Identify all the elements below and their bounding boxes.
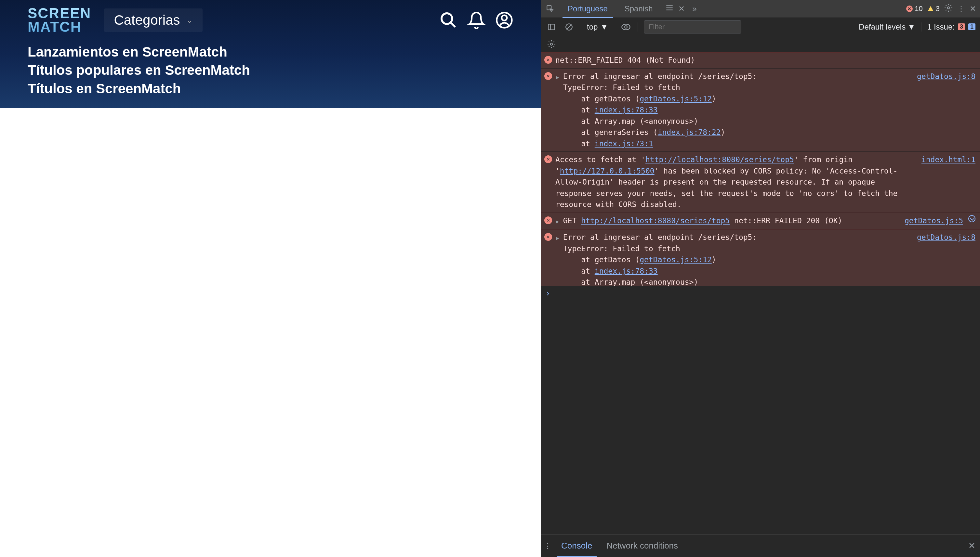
console-message[interactable]: ✕▸Error al ingresar al endpoint /series/… xyxy=(541,230,980,286)
logo-line1: SCREEN xyxy=(28,7,91,20)
error-icon: ✕ xyxy=(544,56,552,64)
issues-link[interactable]: 1 Issue: 3 1 xyxy=(927,23,975,31)
console-settings-gear-icon[interactable] xyxy=(546,38,557,50)
stack-link[interactable]: index.js:78:33 xyxy=(595,267,658,275)
console-settings-row xyxy=(541,36,980,52)
error-icon: ✕ xyxy=(544,155,552,163)
drawer-tab-console[interactable]: Console xyxy=(554,534,599,557)
svg-point-0 xyxy=(442,13,452,24)
console-prompt[interactable]: › xyxy=(541,286,980,301)
context-selector[interactable]: top ▼ xyxy=(587,23,608,31)
warning-triangle-icon xyxy=(927,5,934,12)
website-viewport: SCREEN MATCH Categorias ⌄ Lanza xyxy=(0,0,541,557)
dropdown-arrow-icon: ▼ xyxy=(908,23,915,31)
error-dot-icon: ✕ xyxy=(906,5,913,12)
message-text: Access to fetch at 'http://localhost:808… xyxy=(555,154,912,210)
more-tabs-icon[interactable]: » xyxy=(693,4,697,13)
search-icon[interactable] xyxy=(439,11,458,29)
stack-link[interactable]: index.js:78:22 xyxy=(658,128,721,137)
error-icon: ✕ xyxy=(544,217,552,224)
console-message[interactable]: ✕▸Error al ingresar al endpoint /series/… xyxy=(541,68,980,152)
stack-link[interactable]: getDatos.js:5:12 xyxy=(639,94,712,103)
filter-input[interactable] xyxy=(644,21,741,33)
site-header: SCREEN MATCH Categorias ⌄ Lanza xyxy=(0,0,541,108)
profile-icon[interactable] xyxy=(495,11,514,29)
stack-link[interactable]: getDatos.js:5:12 xyxy=(639,256,712,264)
url-link[interactable]: http://127.0.0.1:5500 xyxy=(560,167,654,175)
drawer-menu-icon[interactable]: ⋮ xyxy=(541,534,554,557)
svg-rect-9 xyxy=(548,24,555,29)
kebab-menu-icon[interactable]: ⋮ xyxy=(957,4,965,13)
message-text: Error al ingresar al endpoint /series/to… xyxy=(563,71,907,150)
stack-link[interactable]: index.js:78:33 xyxy=(595,106,658,114)
error-icon: ✕ xyxy=(544,233,552,241)
devtools-tabbar: Portuguese Spanish ✕ » ✕ 10 3 xyxy=(541,0,980,18)
close-drawer-icon[interactable]: ✕ xyxy=(964,534,980,557)
nav-row: SCREEN MATCH Categorias ⌄ xyxy=(28,3,514,37)
svg-line-12 xyxy=(567,25,571,29)
svg-point-13 xyxy=(625,26,627,28)
disclosure-triangle-icon[interactable]: ▸ xyxy=(555,72,560,150)
svg-point-8 xyxy=(947,7,950,9)
source-link[interactable]: getDatos.js:8 xyxy=(917,232,975,286)
close-devtools-icon[interactable]: ✕ xyxy=(970,4,976,13)
headings-block: Lanzamientos en ScreenMatch Títulos popu… xyxy=(28,43,514,98)
svg-line-1 xyxy=(451,23,455,27)
gear-icon[interactable] xyxy=(944,3,953,14)
source-link[interactable]: index.html:1 xyxy=(921,154,975,210)
error-icon: ✕ xyxy=(544,72,552,80)
stack-link[interactable]: index.js:73:1 xyxy=(595,139,653,148)
tab-portuguese[interactable]: Portuguese xyxy=(559,0,616,18)
message-text: Error al ingresar al endpoint /series/to… xyxy=(563,232,907,286)
disclosure-triangle-icon[interactable]: ▸ xyxy=(555,216,560,227)
heading-popular: Títulos populares en ScreenMatch xyxy=(28,61,514,80)
source-link[interactable]: getDatos.js:5 xyxy=(905,215,963,227)
console-message[interactable]: ✕net::ERR_FAILED 404 (Not Found) xyxy=(541,52,980,68)
dropdown-arrow-icon: ▼ xyxy=(600,23,608,31)
nav-icons xyxy=(439,11,514,29)
svg-point-3 xyxy=(502,15,507,21)
toggle-sidebar-icon[interactable] xyxy=(546,21,557,33)
message-text: GET http://localhost:8080/series/top5 ne… xyxy=(563,215,895,227)
drawer-tab-network-conditions[interactable]: Network conditions xyxy=(599,534,685,557)
tab-spanish[interactable]: Spanish xyxy=(616,0,661,18)
console-message[interactable]: ✕▸GET http://localhost:8080/series/top5 … xyxy=(541,213,980,230)
log-levels-dropdown[interactable]: Default levels ▼ xyxy=(859,23,915,31)
live-expression-icon[interactable] xyxy=(620,21,632,33)
issues-info-badge: 1 xyxy=(968,23,975,30)
warning-count-badge[interactable]: 3 xyxy=(927,5,940,13)
issues-error-badge: 3 xyxy=(958,23,965,30)
categories-label: Categorias xyxy=(114,12,180,28)
console-messages[interactable]: ✕net::ERR_FAILED 404 (Not Found)✕▸Error … xyxy=(541,52,980,286)
hamburger-icon[interactable] xyxy=(665,3,674,14)
heading-releases: Lanzamientos en ScreenMatch xyxy=(28,43,514,62)
logo-line2: MATCH xyxy=(28,20,91,34)
close-translation-icon[interactable]: ✕ xyxy=(678,4,685,13)
logo[interactable]: SCREEN MATCH xyxy=(28,7,91,34)
chevron-down-icon: ⌄ xyxy=(186,16,193,25)
console-message[interactable]: ✕Access to fetch at 'http://localhost:80… xyxy=(541,152,980,213)
disclosure-triangle-icon[interactable]: ▸ xyxy=(555,232,560,286)
categories-dropdown[interactable]: Categorias ⌄ xyxy=(104,8,202,32)
devtools-drawer: ⋮ Console Network conditions ✕ xyxy=(541,534,980,557)
heading-titles: Títulos en ScreenMatch xyxy=(28,80,514,98)
inspect-element-icon[interactable] xyxy=(541,0,559,18)
devtools-panel: Portuguese Spanish ✕ » ✕ 10 3 xyxy=(541,0,980,557)
console-toolbar: top ▼ Default levels ▼ 1 Issue: 3 1 xyxy=(541,18,980,36)
url-link[interactable]: http://localhost:8080/series/top5 xyxy=(646,155,794,164)
prompt-chevron-icon: › xyxy=(546,289,550,298)
bell-icon[interactable] xyxy=(467,11,486,29)
error-count-badge[interactable]: ✕ 10 xyxy=(906,5,923,13)
url-link[interactable]: http://localhost:8080/series/top5 xyxy=(581,217,730,225)
clear-console-icon[interactable] xyxy=(563,21,575,33)
source-link[interactable]: getDatos.js:8 xyxy=(917,71,975,150)
fetch-initiator-icon[interactable] xyxy=(968,215,975,222)
message-text: net::ERR_FAILED 404 (Not Found) xyxy=(555,55,975,66)
svg-point-14 xyxy=(551,43,553,45)
